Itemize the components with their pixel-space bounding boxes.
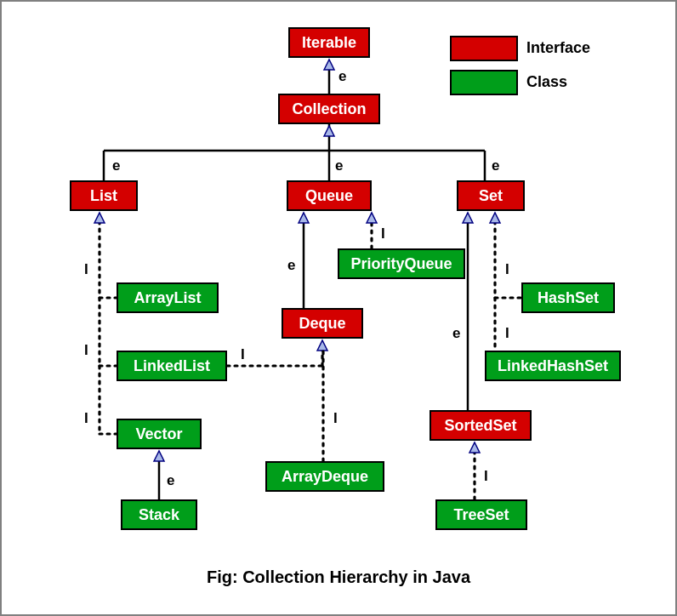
node-vector: Vector (117, 419, 202, 449)
node-linkedlist: LinkedList (117, 351, 227, 381)
node-stack: Stack (121, 499, 197, 530)
node-priorityqueue: PriorityQueue (338, 248, 465, 279)
node-hashset: HashSet (521, 282, 615, 313)
edge-label: e (167, 472, 174, 489)
node-list: List (70, 180, 138, 211)
edge-label: I (84, 342, 88, 359)
node-iterable: Iterable (288, 27, 370, 58)
edge-label: e (112, 157, 120, 174)
edge-label: I (241, 346, 245, 363)
edge-label: e (335, 157, 343, 174)
node-queue: Queue (287, 180, 372, 211)
edge-label: e (492, 157, 499, 174)
node-deque: Deque (282, 308, 363, 339)
edge-label: I (505, 261, 509, 278)
edge-label: e (338, 68, 346, 85)
node-set: Set (457, 180, 525, 211)
node-linkedhashset: LinkedHashSet (485, 351, 621, 381)
node-arraylist: ArrayList (117, 282, 219, 313)
diagram-frame: Interface Class Iterable Collection List… (0, 0, 677, 616)
legend-class-swatch (450, 70, 518, 95)
edge-label: I (84, 261, 88, 278)
edge-label: e (452, 325, 460, 342)
node-treeset: TreeSet (435, 499, 527, 530)
node-collection: Collection (278, 94, 380, 124)
edge-label: I (505, 325, 509, 342)
legend-class-label: Class (526, 73, 567, 91)
diagram-caption: Fig: Collection Hierarchy in Java (2, 568, 675, 587)
legend-interface-label: Interface (526, 39, 590, 57)
node-arraydeque: ArrayDeque (265, 461, 384, 492)
edge-label: I (84, 410, 88, 427)
edge-label: I (381, 225, 385, 242)
edge-label: I (484, 468, 488, 485)
edge-label: e (287, 257, 295, 274)
legend-interface-swatch (450, 36, 518, 61)
node-sortedset: SortedSet (430, 410, 532, 441)
edge-label: I (333, 410, 338, 427)
